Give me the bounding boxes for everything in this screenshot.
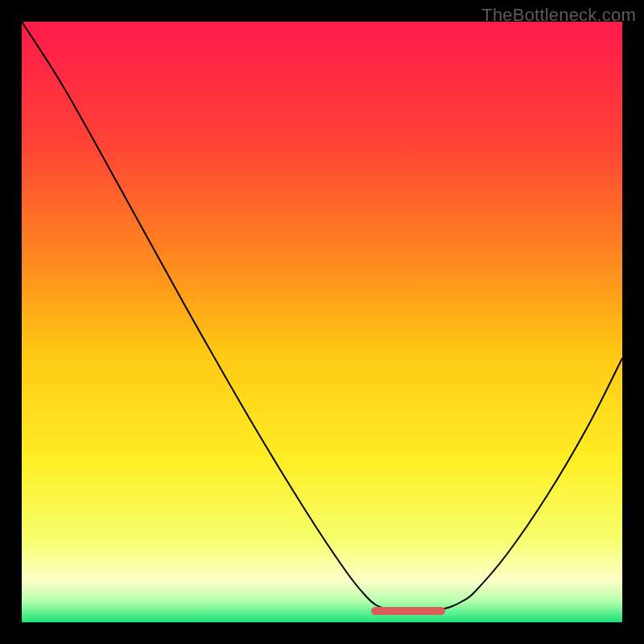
chart-container: TheBottleneck.com xyxy=(0,0,644,644)
chart-gradient-background xyxy=(22,22,622,622)
watermark-text: TheBottleneck.com xyxy=(481,5,636,26)
bottleneck-chart xyxy=(0,0,644,644)
